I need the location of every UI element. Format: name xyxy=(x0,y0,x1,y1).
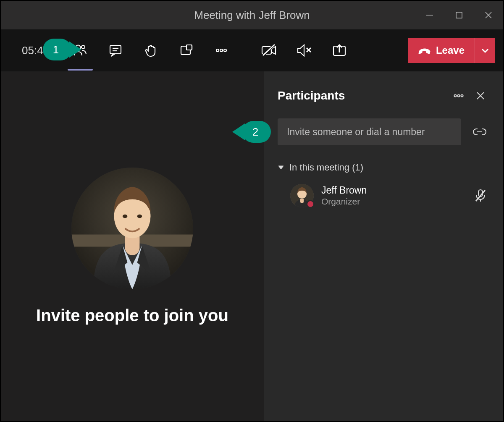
leave-button-group: Leave xyxy=(408,38,495,63)
svg-marker-31 xyxy=(278,166,284,169)
close-button[interactable] xyxy=(474,1,503,29)
svg-point-27 xyxy=(461,94,463,97)
participants-button[interactable] xyxy=(63,36,98,65)
svg-rect-6 xyxy=(110,45,121,54)
mic-muted-icon[interactable] xyxy=(471,186,490,205)
window-controls xyxy=(415,1,503,29)
participant-row[interactable]: Jeff Brown Organizer xyxy=(278,181,490,210)
leave-more-button[interactable] xyxy=(475,38,495,63)
toolbar-divider xyxy=(245,39,245,62)
participant-name: Jeff Brown xyxy=(321,185,471,197)
participants-panel: Participants 2 xyxy=(264,71,503,421)
participants-close-button[interactable] xyxy=(471,86,490,105)
meeting-toolbar: 05:42 xyxy=(1,29,503,71)
svg-point-24 xyxy=(137,215,142,218)
meeting-stage: Invite people to join you xyxy=(1,71,264,421)
copy-link-button[interactable] xyxy=(470,122,490,142)
titlebar: Meeting with Jeff Brown xyxy=(1,1,503,29)
svg-point-13 xyxy=(220,49,223,52)
minimize-button[interactable] xyxy=(415,1,444,29)
participants-title: Participants xyxy=(278,89,446,102)
leave-button[interactable]: Leave xyxy=(408,38,475,63)
svg-point-14 xyxy=(224,49,226,52)
svg-point-25 xyxy=(454,94,456,97)
participant-avatar xyxy=(290,184,314,207)
svg-rect-10 xyxy=(186,45,192,50)
stage-invite-text: Invite people to join you xyxy=(36,306,228,325)
window-title: Meeting with Jeff Brown xyxy=(194,9,310,22)
maximize-button[interactable] xyxy=(444,1,474,29)
svg-point-12 xyxy=(216,49,219,52)
self-avatar xyxy=(71,168,193,289)
svg-point-4 xyxy=(76,45,81,50)
breakout-rooms-button[interactable] xyxy=(168,36,204,65)
share-screen-button[interactable] xyxy=(322,36,357,65)
raise-hand-button[interactable] xyxy=(133,36,168,65)
in-meeting-label: In this meeting (1) xyxy=(289,162,363,173)
leave-label: Leave xyxy=(436,45,465,56)
svg-point-23 xyxy=(123,215,128,218)
invite-input[interactable] xyxy=(278,118,461,145)
meeting-window: Meeting with Jeff Brown 05:42 xyxy=(1,1,503,421)
meeting-timer: 05:42 xyxy=(22,44,49,57)
in-meeting-header[interactable]: In this meeting (1) xyxy=(278,162,490,173)
svg-point-26 xyxy=(457,94,459,97)
camera-off-button[interactable] xyxy=(251,36,286,65)
presence-busy-icon xyxy=(306,200,315,208)
participants-more-button[interactable] xyxy=(449,86,468,105)
chat-button[interactable] xyxy=(98,36,133,65)
meeting-body: Invite people to join you Participants 2 xyxy=(1,71,503,421)
svg-rect-1 xyxy=(456,12,462,18)
svg-point-5 xyxy=(81,45,85,49)
more-actions-button[interactable] xyxy=(204,36,239,65)
speaker-off-button[interactable] xyxy=(286,36,322,65)
participant-role: Organizer xyxy=(321,196,471,207)
